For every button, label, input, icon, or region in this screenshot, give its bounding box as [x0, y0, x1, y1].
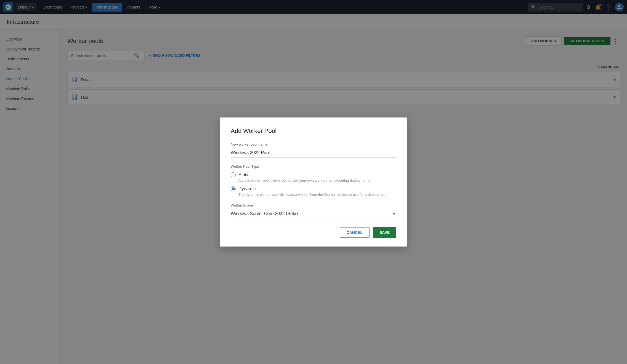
static-radio-row: Static: [231, 172, 396, 177]
pool-type-group: Worker Pool Type Static A static worker …: [231, 164, 396, 197]
add-worker-pool-modal: Add Worker Pool New worker pool name Wor…: [220, 117, 407, 247]
pool-type-label: Worker Pool Type: [231, 164, 396, 168]
cancel-button[interactable]: CANCEL: [340, 227, 370, 238]
save-button[interactable]: SAVE: [373, 227, 396, 238]
modal-title: Add Worker Pool: [231, 127, 396, 135]
worker-image-select[interactable]: Windows Server Core 2022 (Beta) Ubuntu 2…: [231, 209, 396, 218]
worker-image-select-wrapper: Windows Server Core 2022 (Beta) Ubuntu 2…: [231, 209, 396, 218]
modal-overlay: Add Worker Pool New worker pool name Wor…: [0, 0, 627, 364]
worker-image-group: Worker Image Windows Server Core 2022 (B…: [231, 203, 396, 218]
static-description: A static worker pool allows you to add y…: [238, 178, 396, 183]
pool-name-input[interactable]: [231, 148, 396, 158]
modal-footer: CANCEL SAVE: [231, 227, 396, 238]
dynamic-radio[interactable]: [231, 186, 236, 191]
dynamic-option: Dynamic The dynamic worker pool will lea…: [231, 186, 396, 197]
dynamic-description: The dynamic worker pool will lease a wor…: [238, 192, 396, 197]
dynamic-label[interactable]: Dynamic: [238, 186, 256, 191]
dynamic-radio-row: Dynamic: [231, 186, 396, 191]
static-option: Static A static worker pool allows you t…: [231, 172, 396, 183]
static-label[interactable]: Static: [238, 172, 249, 177]
pool-name-group: New worker pool name: [231, 142, 396, 158]
worker-image-label: Worker Image: [231, 203, 396, 207]
static-radio[interactable]: [231, 172, 236, 177]
pool-name-label: New worker pool name: [231, 142, 396, 146]
